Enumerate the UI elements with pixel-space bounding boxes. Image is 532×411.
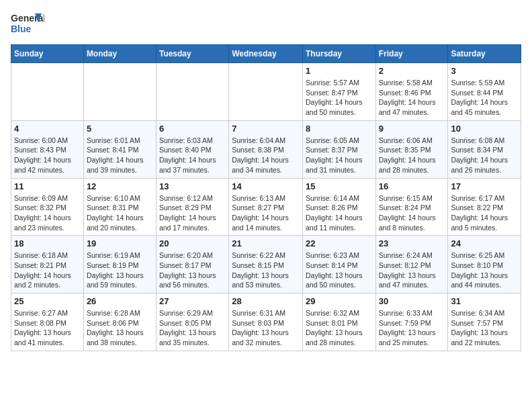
day-number: 5 [87, 124, 153, 134]
day-info: Sunrise: 6:28 AM Sunset: 8:06 PM Dayligh… [87, 308, 153, 348]
day-info: Sunrise: 6:12 AM Sunset: 8:29 PM Dayligh… [159, 193, 226, 233]
day-number: 16 [379, 181, 445, 191]
calendar-cell: 21Sunrise: 6:22 AM Sunset: 8:15 PM Dayli… [229, 236, 303, 293]
calendar-cell: 24Sunrise: 6:25 AM Sunset: 8:10 PM Dayli… [448, 236, 521, 293]
day-info: Sunrise: 6:05 AM Sunset: 8:37 PM Dayligh… [306, 136, 373, 175]
calendar-cell: 26Sunrise: 6:28 AM Sunset: 8:06 PM Dayli… [83, 293, 156, 351]
weekday-header-monday: Monday [83, 45, 156, 63]
day-info: Sunrise: 6:03 AM Sunset: 8:40 PM Dayligh… [159, 136, 226, 175]
day-info: Sunrise: 6:15 AM Sunset: 8:24 PM Dayligh… [379, 193, 445, 233]
logo-svg: GeneralBlue [11, 11, 44, 39]
calendar-cell: 16Sunrise: 6:15 AM Sunset: 8:24 PM Dayli… [375, 178, 448, 236]
day-number: 2 [379, 66, 445, 76]
day-number: 1 [306, 66, 373, 76]
day-number: 13 [159, 181, 226, 191]
day-number: 22 [306, 238, 373, 248]
day-info: Sunrise: 6:23 AM Sunset: 8:14 PM Dayligh… [306, 250, 373, 290]
calendar-cell: 30Sunrise: 6:33 AM Sunset: 7:59 PM Dayli… [375, 293, 448, 351]
day-info: Sunrise: 6:29 AM Sunset: 8:05 PM Dayligh… [159, 308, 226, 348]
day-info: Sunrise: 6:33 AM Sunset: 7:59 PM Dayligh… [379, 308, 445, 348]
day-number: 18 [14, 238, 81, 248]
week-row-2: 4Sunrise: 6:00 AM Sunset: 8:43 PM Daylig… [11, 120, 521, 178]
day-number: 4 [14, 124, 81, 134]
day-info: Sunrise: 6:19 AM Sunset: 8:19 PM Dayligh… [87, 250, 153, 290]
calendar-cell [156, 63, 228, 121]
svg-text:Blue: Blue [11, 24, 32, 34]
day-number: 7 [232, 124, 300, 134]
calendar-cell: 29Sunrise: 6:32 AM Sunset: 8:01 PM Dayli… [302, 293, 375, 351]
day-info: Sunrise: 6:20 AM Sunset: 8:17 PM Dayligh… [159, 250, 226, 290]
calendar-cell [83, 63, 156, 121]
day-number: 9 [379, 124, 445, 134]
day-number: 3 [451, 66, 518, 76]
calendar-cell: 13Sunrise: 6:12 AM Sunset: 8:29 PM Dayli… [156, 178, 228, 236]
calendar-cell: 22Sunrise: 6:23 AM Sunset: 8:14 PM Dayli… [302, 236, 375, 293]
day-info: Sunrise: 6:09 AM Sunset: 8:32 PM Dayligh… [14, 193, 81, 233]
day-info: Sunrise: 6:14 AM Sunset: 8:26 PM Dayligh… [306, 193, 373, 233]
day-info: Sunrise: 6:00 AM Sunset: 8:43 PM Dayligh… [14, 136, 81, 175]
calendar-cell: 27Sunrise: 6:29 AM Sunset: 8:05 PM Dayli… [156, 293, 228, 351]
header: GeneralBlue [11, 11, 521, 39]
calendar-cell: 28Sunrise: 6:31 AM Sunset: 8:03 PM Dayli… [229, 293, 303, 351]
calendar-cell: 8Sunrise: 6:05 AM Sunset: 8:37 PM Daylig… [302, 120, 375, 178]
day-info: Sunrise: 6:24 AM Sunset: 8:12 PM Dayligh… [379, 250, 445, 290]
calendar-cell: 5Sunrise: 6:01 AM Sunset: 8:41 PM Daylig… [83, 120, 156, 178]
day-number: 15 [306, 181, 373, 191]
weekday-header-row: SundayMondayTuesdayWednesdayThursdayFrid… [11, 45, 521, 63]
day-number: 21 [232, 238, 300, 248]
day-number: 24 [451, 238, 518, 248]
day-number: 17 [451, 181, 518, 191]
day-number: 10 [451, 124, 518, 134]
calendar-cell: 14Sunrise: 6:13 AM Sunset: 8:27 PM Dayli… [229, 178, 303, 236]
day-info: Sunrise: 6:17 AM Sunset: 8:22 PM Dayligh… [451, 193, 518, 233]
calendar-cell: 7Sunrise: 6:04 AM Sunset: 8:38 PM Daylig… [229, 120, 303, 178]
calendar-cell: 9Sunrise: 6:06 AM Sunset: 8:35 PM Daylig… [375, 120, 448, 178]
week-row-5: 25Sunrise: 6:27 AM Sunset: 8:08 PM Dayli… [11, 293, 521, 351]
calendar-cell: 3Sunrise: 5:59 AM Sunset: 8:44 PM Daylig… [448, 63, 521, 121]
calendar-cell: 19Sunrise: 6:19 AM Sunset: 8:19 PM Dayli… [83, 236, 156, 293]
day-number: 28 [232, 296, 300, 306]
day-info: Sunrise: 6:13 AM Sunset: 8:27 PM Dayligh… [232, 193, 300, 233]
day-info: Sunrise: 5:59 AM Sunset: 8:44 PM Dayligh… [451, 78, 518, 118]
calendar-cell: 25Sunrise: 6:27 AM Sunset: 8:08 PM Dayli… [11, 293, 84, 351]
day-number: 30 [379, 296, 445, 306]
calendar-cell: 17Sunrise: 6:17 AM Sunset: 8:22 PM Dayli… [448, 178, 521, 236]
day-number: 27 [159, 296, 226, 306]
day-number: 31 [451, 296, 518, 306]
day-info: Sunrise: 6:25 AM Sunset: 8:10 PM Dayligh… [451, 250, 518, 290]
day-info: Sunrise: 6:18 AM Sunset: 8:21 PM Dayligh… [14, 250, 81, 290]
day-info: Sunrise: 6:34 AM Sunset: 7:57 PM Dayligh… [451, 308, 518, 348]
weekday-header-sunday: Sunday [11, 45, 84, 63]
weekday-header-saturday: Saturday [448, 45, 521, 63]
day-number: 20 [159, 238, 226, 248]
calendar-cell: 1Sunrise: 5:57 AM Sunset: 8:47 PM Daylig… [302, 63, 375, 121]
calendar-cell [11, 63, 84, 121]
day-number: 25 [14, 296, 81, 306]
calendar-cell: 10Sunrise: 6:08 AM Sunset: 8:34 PM Dayli… [448, 120, 521, 178]
day-number: 29 [306, 296, 373, 306]
day-number: 11 [14, 181, 81, 191]
day-number: 14 [232, 181, 300, 191]
day-number: 23 [379, 238, 445, 248]
calendar-cell: 18Sunrise: 6:18 AM Sunset: 8:21 PM Dayli… [11, 236, 84, 293]
day-info: Sunrise: 6:08 AM Sunset: 8:34 PM Dayligh… [451, 136, 518, 175]
day-number: 19 [87, 238, 153, 248]
calendar: SundayMondayTuesdayWednesdayThursdayFrid… [11, 44, 521, 351]
calendar-cell: 12Sunrise: 6:10 AM Sunset: 8:31 PM Dayli… [83, 178, 156, 236]
calendar-cell: 31Sunrise: 6:34 AM Sunset: 7:57 PM Dayli… [448, 293, 521, 351]
calendar-cell: 20Sunrise: 6:20 AM Sunset: 8:17 PM Dayli… [156, 236, 228, 293]
day-info: Sunrise: 6:31 AM Sunset: 8:03 PM Dayligh… [232, 308, 300, 348]
calendar-cell [229, 63, 303, 121]
calendar-cell: 15Sunrise: 6:14 AM Sunset: 8:26 PM Dayli… [302, 178, 375, 236]
calendar-cell: 11Sunrise: 6:09 AM Sunset: 8:32 PM Dayli… [11, 178, 84, 236]
day-number: 12 [87, 181, 153, 191]
weekday-header-thursday: Thursday [302, 45, 375, 63]
weekday-header-tuesday: Tuesday [156, 45, 228, 63]
week-row-1: 1Sunrise: 5:57 AM Sunset: 8:47 PM Daylig… [11, 63, 521, 121]
weekday-header-wednesday: Wednesday [229, 45, 303, 63]
day-info: Sunrise: 6:22 AM Sunset: 8:15 PM Dayligh… [232, 250, 300, 290]
weekday-header-friday: Friday [375, 45, 448, 63]
logo: GeneralBlue [11, 11, 44, 39]
calendar-cell: 23Sunrise: 6:24 AM Sunset: 8:12 PM Dayli… [375, 236, 448, 293]
calendar-cell: 6Sunrise: 6:03 AM Sunset: 8:40 PM Daylig… [156, 120, 228, 178]
